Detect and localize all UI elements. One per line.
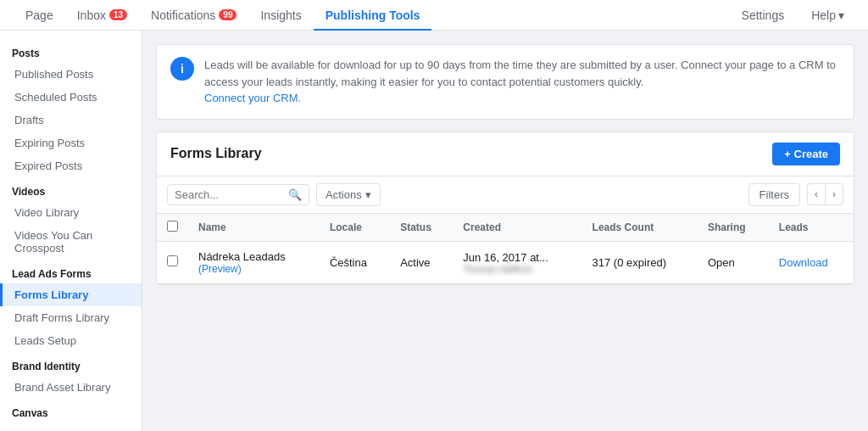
form-leads-cell: Download [769,241,854,283]
form-status-cell: Active [390,241,453,283]
sidebar-section-posts: Posts Published Posts Scheduled Posts Dr… [0,39,142,177]
table-header-row: Name Locale Status Created Leads Count S… [157,214,854,242]
toolbar: 🔍 Actions ▾ Filters ‹ › [157,176,854,214]
sidebar-section-lead-ads: Lead Ads Forms Forms Library Draft Forms… [0,260,142,352]
col-leads: Leads [769,214,854,242]
top-nav-left: Page Inbox 13 Notifications 99 Insights … [14,0,431,31]
chevron-down-icon: ▾ [365,188,371,201]
col-created: Created [453,214,581,242]
card-title: Forms Library [170,146,262,161]
page-layout: Posts Published Posts Scheduled Posts Dr… [0,31,868,431]
sidebar-item-drafts[interactable]: Drafts [0,109,142,132]
sidebar-item-video-library[interactable]: Video Library [0,201,142,224]
create-button[interactable]: + Create [772,143,840,165]
top-nav-right: Settings Help ▾ [732,0,854,31]
info-banner: i Leads will be available for download f… [156,44,854,120]
sidebar-item-forms-library[interactable]: Forms Library [0,283,142,306]
sidebar: Posts Published Posts Scheduled Posts Dr… [0,31,142,431]
form-locale-cell: Čeština [320,241,390,283]
sidebar-section-videos: Videos Video Library Videos You Can Cros… [0,177,142,260]
inbox-badge: 13 [109,9,127,20]
sidebar-item-expiring-posts[interactable]: Expiring Posts [0,132,142,154]
col-locale: Locale [320,214,390,242]
actions-label: Actions [326,188,362,201]
sidebar-section-title-posts: Posts [0,39,142,63]
nav-label-page: Page [25,8,53,22]
actions-button[interactable]: Actions ▾ [316,183,381,206]
nav-arrows: ‹ › [807,183,843,205]
search-box: 🔍 [167,184,309,205]
sidebar-section-title-brand: Brand Identity [0,352,142,376]
col-name: Name [188,214,320,242]
sidebar-section-brand-identity: Brand Identity Brand Asset Library [0,352,142,399]
nav-label-publishing-tools: Publishing Tools [326,8,420,22]
next-arrow-button[interactable]: › [825,183,843,205]
form-created-date: Jun 16, 2017 at... [463,251,571,264]
sidebar-item-draft-forms-library[interactable]: Draft Forms Library [0,306,142,329]
sidebar-item-scheduled-posts[interactable]: Scheduled Posts [0,86,142,109]
nav-item-page[interactable]: Page [14,0,65,31]
sidebar-item-brand-asset-library[interactable]: Brand Asset Library [0,376,142,399]
sidebar-item-published-posts[interactable]: Published Posts [0,63,142,86]
top-nav: Page Inbox 13 Notifications 99 Insights … [0,0,868,31]
main-content: i Leads will be available for download f… [142,31,868,431]
filters-button[interactable]: Filters [748,183,800,206]
info-icon: i [170,57,194,81]
sidebar-item-videos-crosspost[interactable]: Videos You Can Crosspost [0,224,142,260]
settings-label: Settings [742,8,785,22]
nav-item-insights[interactable]: Insights [248,0,313,31]
sidebar-section-title-lead-ads: Lead Ads Forms [0,260,142,283]
form-name: Nádreka Leadads [198,250,309,263]
form-preview-link[interactable]: (Preview) [198,263,309,275]
sidebar-section-canvas: Canvas [0,399,142,423]
connect-crm-link[interactable]: Connect your CRM. [204,92,301,104]
info-banner-text: Leads will be available for download for… [204,59,836,88]
form-sharing-cell: Open [698,241,769,283]
notifications-badge: 99 [219,9,236,20]
sidebar-item-leads-setup[interactable]: Leads Setup [0,329,142,352]
sidebar-section-title-videos: Videos [0,177,142,201]
nav-item-inbox[interactable]: Inbox 13 [65,0,139,31]
forms-library-card: Forms Library + Create 🔍 Actions ▾ Filte… [156,132,854,285]
row-checkbox-cell [157,241,188,283]
nav-help[interactable]: Help ▾ [801,0,854,31]
help-label: Help [811,8,836,22]
nav-label-insights: Insights [260,8,301,22]
col-checkbox [157,214,188,242]
col-status: Status [390,214,453,242]
select-all-checkbox[interactable] [167,221,178,232]
nav-item-publishing-tools[interactable]: Publishing Tools [314,0,432,31]
search-icon: 🔍 [288,188,302,201]
nav-label-notifications: Notifications [151,8,215,22]
col-leads-count: Leads Count [582,214,698,242]
search-input[interactable] [175,188,285,201]
form-created-by: Thomas Hallford [463,264,571,274]
forms-table: Name Locale Status Created Leads Count S… [157,214,854,284]
chevron-down-icon: ▾ [838,8,844,22]
col-sharing: Sharing [698,214,769,242]
card-header: Forms Library + Create [157,132,854,176]
download-link[interactable]: Download [779,256,828,269]
row-checkbox[interactable] [167,255,178,266]
form-name-cell: Nádreka Leadads (Preview) [188,241,320,283]
sidebar-item-expired-posts[interactable]: Expired Posts [0,154,142,177]
nav-item-notifications[interactable]: Notifications 99 [139,0,248,31]
sidebar-section-title-canvas: Canvas [0,399,142,423]
info-text: Leads will be available for download for… [204,57,840,107]
form-created-cell: Jun 16, 2017 at... Thomas Hallford [453,241,581,283]
prev-arrow-button[interactable]: ‹ [807,183,825,205]
form-leads-count-cell: 317 (0 expired) [582,241,698,283]
nav-label-inbox: Inbox [77,8,106,22]
nav-settings[interactable]: Settings [732,0,795,31]
table-row: Nádreka Leadads (Preview) Čeština Active… [157,241,854,283]
